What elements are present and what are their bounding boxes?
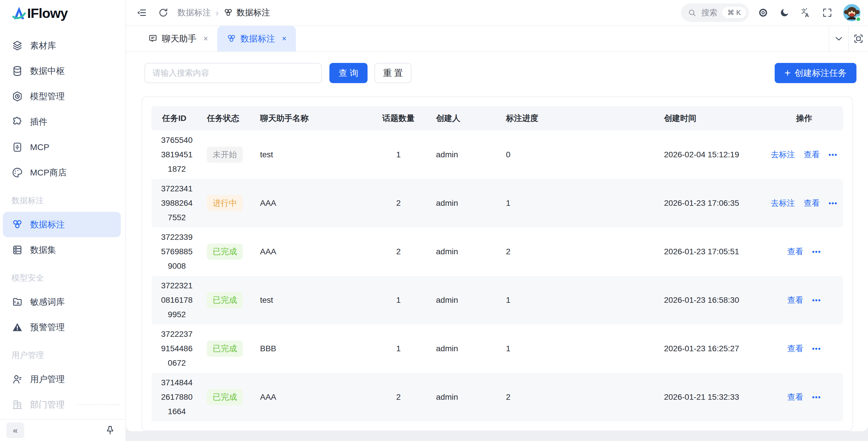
more-actions-icon[interactable]: ••• bbox=[812, 345, 821, 353]
view-link[interactable]: 查看 bbox=[787, 295, 803, 306]
col-created-time: 创建时间 bbox=[661, 113, 765, 124]
tab-list-dropdown-button[interactable] bbox=[829, 26, 848, 52]
view-link[interactable]: 查看 bbox=[804, 149, 820, 160]
cell-status: 已完成 bbox=[202, 341, 258, 357]
refresh-button[interactable] bbox=[156, 5, 170, 20]
view-link[interactable]: 查看 bbox=[787, 246, 803, 257]
view-link[interactable]: 查看 bbox=[787, 343, 803, 354]
cell-created-time: 2026-01-23 16:25:27 bbox=[661, 344, 765, 353]
cell-task-id: 372234139882647552 bbox=[151, 181, 202, 225]
query-button[interactable]: 查 询 bbox=[330, 63, 368, 83]
chevron-down-icon bbox=[833, 33, 844, 44]
sidebar-item-material-library[interactable]: 素材库 bbox=[0, 33, 125, 58]
settings-button[interactable] bbox=[756, 5, 770, 20]
tab-controls bbox=[829, 26, 868, 52]
table-header-row: 任务ID 任务状态 聊天助手名称 话题数量 创建人 标注进度 创建时间 操作 bbox=[151, 106, 843, 131]
annotate-link[interactable]: 去标注 bbox=[771, 149, 795, 160]
building-icon bbox=[11, 399, 23, 410]
cell-task-id: 371484426178801664 bbox=[151, 375, 202, 419]
cell-task-id: 372223791544860672 bbox=[151, 327, 202, 370]
cell-creator: admin bbox=[432, 199, 501, 208]
dataset-icon bbox=[11, 244, 23, 256]
fullscreen-icon bbox=[822, 7, 833, 18]
sidebar-pin-button[interactable] bbox=[101, 422, 119, 438]
sidebar-item-data-annotation[interactable]: 数据标注 bbox=[3, 212, 121, 237]
reset-button[interactable]: 重 置 bbox=[374, 63, 411, 83]
chat-bubble-icon bbox=[148, 34, 158, 43]
col-progress: 标注进度 bbox=[501, 113, 661, 124]
dark-mode-button[interactable] bbox=[777, 5, 792, 20]
tab-chat-assistant[interactable]: 聊天助手 × bbox=[139, 26, 217, 52]
table-row: 372223791544860672 已完成 BBB 1 admin 1 202… bbox=[151, 325, 843, 373]
sidebar-item-sensitive-words[interactable]: A 敏感词库 bbox=[0, 289, 125, 314]
sidebar-item-label: 部门管理 bbox=[30, 399, 65, 411]
logo-mark-icon bbox=[11, 5, 27, 21]
sidebar-item-department-management[interactable]: 部门管理 bbox=[0, 392, 125, 417]
breadcrumb-parent[interactable]: 数据标注 bbox=[178, 7, 211, 19]
translate-icon: 文A bbox=[800, 7, 812, 19]
filter-toolbar: 查 询 重 置 + 创建标注任务 bbox=[126, 52, 868, 83]
breadcrumb-current[interactable]: 数据标注 bbox=[223, 7, 270, 19]
sidebar-footer: « bbox=[0, 419, 125, 441]
sidebar-item-data-hub[interactable]: 数据中枢 bbox=[0, 58, 125, 84]
language-button[interactable]: 文A bbox=[799, 5, 813, 20]
global-search[interactable]: 搜索 ⌘ K bbox=[681, 3, 749, 22]
tab-close-icon[interactable]: × bbox=[282, 34, 287, 43]
sidebar-item-mcp[interactable]: MCP bbox=[0, 135, 125, 160]
sidebar-item-plugins[interactable]: 插件 bbox=[0, 109, 125, 135]
sidebar-item-user-management[interactable]: 用户管理 bbox=[0, 367, 125, 392]
app-logo[interactable]: IFlowy bbox=[0, 0, 125, 26]
cell-progress: 1 bbox=[501, 296, 661, 305]
sidebar-item-label: 数据集 bbox=[30, 244, 56, 256]
view-link[interactable]: 查看 bbox=[804, 198, 820, 209]
sidebar-fold-button[interactable] bbox=[135, 5, 149, 20]
cell-actions: 查看 ••• bbox=[765, 343, 843, 354]
sidebar-item-label: MCP商店 bbox=[30, 167, 67, 179]
breadcrumb-current-label: 数据标注 bbox=[237, 7, 270, 19]
sidebar-collapse-button[interactable]: « bbox=[6, 422, 24, 438]
cell-status: 已完成 bbox=[202, 292, 258, 308]
content-maximize-button[interactable] bbox=[848, 26, 868, 52]
collapse-chevrons: « bbox=[13, 426, 18, 435]
cell-progress: 1 bbox=[501, 344, 661, 353]
table-row: 371484426178801664 已完成 AAA 2 admin 2 202… bbox=[151, 373, 843, 421]
col-creator: 创建人 bbox=[432, 113, 501, 124]
sidebar-item-label: 插件 bbox=[30, 116, 48, 128]
drag-indicator-line bbox=[77, 404, 120, 405]
puzzle-icon bbox=[11, 116, 23, 128]
sidebar-item-label: MCP bbox=[30, 142, 50, 152]
more-actions-icon[interactable]: ••• bbox=[812, 393, 821, 401]
refresh-icon bbox=[158, 7, 169, 18]
sidebar-item-dataset[interactable]: 数据集 bbox=[0, 237, 125, 263]
cell-topic-count: 1 bbox=[365, 150, 432, 159]
svg-text:A: A bbox=[17, 301, 19, 305]
tab-data-annotation[interactable]: 数据标注 × bbox=[217, 26, 296, 52]
tab-close-icon[interactable]: × bbox=[204, 34, 208, 43]
status-badge: 已完成 bbox=[207, 341, 243, 357]
cell-actions: 查看 ••• bbox=[765, 392, 843, 403]
user-avatar[interactable] bbox=[843, 4, 861, 21]
cell-progress: 2 bbox=[501, 247, 661, 256]
sidebar-item-model-management[interactable]: 模型管理 bbox=[0, 84, 125, 109]
breadcrumb-separator: › bbox=[216, 7, 219, 18]
cell-created-time: 2026-01-23 17:06:35 bbox=[661, 199, 765, 208]
palette-icon bbox=[11, 167, 23, 178]
sidebar-item-alert-management[interactable]: 预警管理 bbox=[0, 314, 125, 340]
cell-assistant-name: BBB bbox=[258, 344, 365, 353]
tab-label: 聊天助手 bbox=[162, 33, 196, 45]
fullscreen-button[interactable] bbox=[820, 5, 835, 20]
warning-triangle-icon bbox=[11, 321, 23, 333]
sidebar-item-mcp-store[interactable]: MCP商店 bbox=[0, 160, 125, 185]
more-actions-icon[interactable]: ••• bbox=[812, 248, 821, 256]
content-area: 查 询 重 置 + 创建标注任务 任务ID 任务状态 聊天助手名称 话题数量 创… bbox=[126, 52, 868, 441]
cell-topic-count: 2 bbox=[365, 199, 432, 208]
annotate-link[interactable]: 去标注 bbox=[771, 198, 795, 209]
search-shortcut: ⌘ K bbox=[722, 7, 746, 19]
more-actions-icon[interactable]: ••• bbox=[812, 296, 821, 304]
more-actions-icon[interactable]: ••• bbox=[829, 199, 837, 207]
cell-creator: admin bbox=[432, 393, 501, 402]
table-search-input[interactable] bbox=[145, 63, 322, 83]
more-actions-icon[interactable]: ••• bbox=[829, 151, 837, 159]
create-annotation-task-button[interactable]: + 创建标注任务 bbox=[775, 63, 857, 83]
view-link[interactable]: 查看 bbox=[787, 392, 803, 403]
